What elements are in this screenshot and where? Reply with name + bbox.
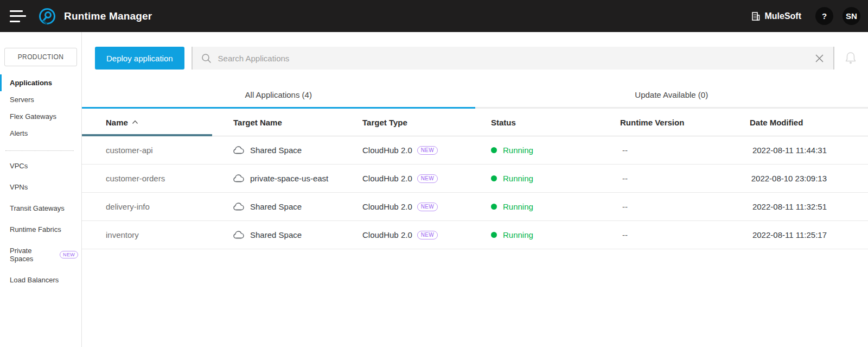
target-name: Shared Space bbox=[250, 146, 302, 155]
close-icon bbox=[814, 53, 825, 64]
target-type: CloudHub 2.0 bbox=[362, 230, 412, 239]
cell-runtime-version: -- bbox=[596, 146, 726, 155]
bell-icon bbox=[844, 51, 857, 65]
table-row[interactable]: customer-api Shared Space CloudHub 2.0 N… bbox=[82, 136, 868, 165]
target-type: CloudHub 2.0 bbox=[362, 146, 412, 155]
environment-selector[interactable]: PRODUCTION bbox=[4, 48, 77, 66]
target-type: CloudHub 2.0 bbox=[362, 202, 412, 211]
sidebar-item-label: Applications bbox=[10, 79, 52, 87]
cell-target-type: CloudHub 2.0 NEW bbox=[339, 146, 467, 155]
new-badge: NEW bbox=[417, 146, 438, 155]
sidebar-item-servers[interactable]: Servers bbox=[0, 91, 81, 108]
target-name: Shared Space bbox=[250, 230, 302, 239]
organization-name: MuleSoft bbox=[764, 11, 801, 21]
target-name: Shared Space bbox=[250, 202, 302, 211]
column-header-target-name[interactable]: Target Name bbox=[209, 109, 339, 136]
sidebar-nav: Applications Servers Flex Gateways Alert… bbox=[0, 74, 81, 289]
hamburger-menu-icon[interactable] bbox=[10, 10, 26, 22]
cell-runtime-version: -- bbox=[596, 202, 726, 211]
status-dot bbox=[491, 147, 497, 153]
column-header-status[interactable]: Status bbox=[467, 109, 596, 136]
column-header-name-label: Name bbox=[106, 118, 128, 127]
cell-status: Running bbox=[467, 202, 596, 211]
cell-date-modified: 2022-08-11 11:32:51 bbox=[726, 202, 868, 211]
sidebar-item-label: Transit Gateways bbox=[10, 204, 65, 212]
cell-target-type: CloudHub 2.0 NEW bbox=[339, 230, 467, 239]
search-input[interactable] bbox=[218, 54, 813, 63]
cell-app-name[interactable]: inventory bbox=[82, 230, 209, 239]
building-icon bbox=[750, 11, 760, 21]
new-badge: NEW bbox=[417, 231, 438, 239]
tab-all-applications[interactable]: All Applications (4) bbox=[82, 83, 475, 109]
new-badge: NEW bbox=[417, 203, 438, 211]
sidebar-item-flex-gateways[interactable]: Flex Gateways bbox=[0, 108, 81, 125]
sidebar-item-label: Private Spaces bbox=[10, 247, 56, 263]
runtime-version: -- bbox=[622, 230, 628, 239]
target-type: CloudHub 2.0 bbox=[362, 174, 412, 183]
sidebar-item-load-balancers[interactable]: Load Balancers bbox=[0, 270, 81, 289]
help-button[interactable]: ? bbox=[815, 7, 833, 25]
new-badge: NEW bbox=[60, 251, 78, 258]
column-header-date-modified[interactable]: Date Modified bbox=[726, 109, 868, 136]
search-bar[interactable] bbox=[192, 47, 834, 70]
notifications-button[interactable] bbox=[844, 51, 857, 65]
magnifier-icon bbox=[201, 53, 212, 64]
runtime-version: -- bbox=[622, 174, 628, 183]
sidebar-item-private-spaces[interactable]: Private Spaces NEW bbox=[0, 241, 81, 268]
deploy-application-button[interactable]: Deploy application bbox=[95, 47, 184, 70]
tab-update-available[interactable]: Update Available (0) bbox=[475, 83, 868, 109]
cell-target-type: CloudHub 2.0 NEW bbox=[339, 202, 467, 211]
sidebar: PRODUCTION Applications Servers Flex Gat… bbox=[0, 32, 82, 347]
table-row[interactable]: delivery-info Shared Space CloudHub 2.0 … bbox=[82, 193, 868, 221]
caret-up-icon bbox=[132, 120, 138, 124]
sidebar-item-label: VPCs bbox=[10, 162, 28, 170]
app-name: customer-orders bbox=[106, 174, 165, 183]
new-badge: NEW bbox=[417, 174, 438, 183]
date-modified: 2022-08-11 11:44:31 bbox=[752, 146, 827, 155]
cloud-icon bbox=[233, 146, 244, 154]
runtime-version: -- bbox=[622, 146, 628, 155]
app-name: inventory bbox=[106, 230, 139, 239]
cell-status: Running bbox=[467, 230, 596, 239]
cell-status: Running bbox=[467, 146, 596, 155]
organization-menu[interactable]: MuleSoft bbox=[750, 11, 801, 21]
cell-date-modified: 2022-08-10 23:09:13 bbox=[726, 174, 868, 183]
sidebar-divider bbox=[5, 150, 74, 151]
cell-app-name[interactable]: customer-api bbox=[82, 146, 209, 155]
table-header: Name Target Name Target Type Status Runt… bbox=[82, 109, 868, 136]
sidebar-item-applications[interactable]: Applications bbox=[0, 74, 81, 91]
clear-search-button[interactable] bbox=[813, 52, 826, 65]
date-modified: 2022-08-11 11:32:51 bbox=[752, 202, 827, 211]
sidebar-item-runtime-fabrics[interactable]: Runtime Fabrics bbox=[0, 220, 81, 239]
cell-app-name[interactable]: delivery-info bbox=[82, 202, 209, 211]
table-row[interactable]: inventory Shared Space CloudHub 2.0 NEW … bbox=[82, 221, 868, 249]
cell-target-name: Shared Space bbox=[209, 202, 339, 211]
sidebar-item-vpcs[interactable]: VPCs bbox=[0, 156, 81, 175]
runtime-version: -- bbox=[622, 202, 628, 211]
cell-target-type: CloudHub 2.0 NEW bbox=[339, 174, 467, 183]
sidebar-item-vpns[interactable]: VPNs bbox=[0, 178, 81, 197]
toolbar: Deploy application bbox=[82, 32, 868, 70]
tab-bar: All Applications (4) Update Available (0… bbox=[82, 83, 868, 109]
sidebar-item-alerts[interactable]: Alerts bbox=[0, 125, 81, 142]
status-dot bbox=[491, 232, 497, 238]
main-content: Deploy application bbox=[82, 32, 868, 347]
status-dot bbox=[491, 204, 497, 210]
cell-target-name: Shared Space bbox=[209, 230, 339, 239]
column-header-target-type[interactable]: Target Type bbox=[339, 109, 467, 136]
date-modified: 2022-08-11 11:25:17 bbox=[752, 230, 827, 239]
cell-date-modified: 2022-08-11 11:25:17 bbox=[726, 230, 868, 239]
sidebar-item-label: Runtime Fabrics bbox=[10, 225, 61, 234]
avatar[interactable]: SN bbox=[843, 7, 860, 25]
sidebar-item-transit-gateways[interactable]: Transit Gateways bbox=[0, 199, 81, 218]
column-header-name[interactable]: Name bbox=[82, 109, 209, 136]
cell-app-name[interactable]: customer-orders bbox=[82, 174, 209, 183]
cell-status: Running bbox=[467, 174, 596, 183]
table-row[interactable]: customer-orders private-space-us-east Cl… bbox=[82, 165, 868, 193]
cloud-icon bbox=[233, 203, 244, 211]
target-name: private-space-us-east bbox=[250, 174, 328, 183]
app-name: customer-api bbox=[106, 146, 153, 155]
column-header-runtime-version[interactable]: Runtime Version bbox=[596, 109, 726, 136]
runtime-manager-logo-icon bbox=[38, 7, 56, 26]
sidebar-item-label: Flex Gateways bbox=[10, 112, 56, 121]
